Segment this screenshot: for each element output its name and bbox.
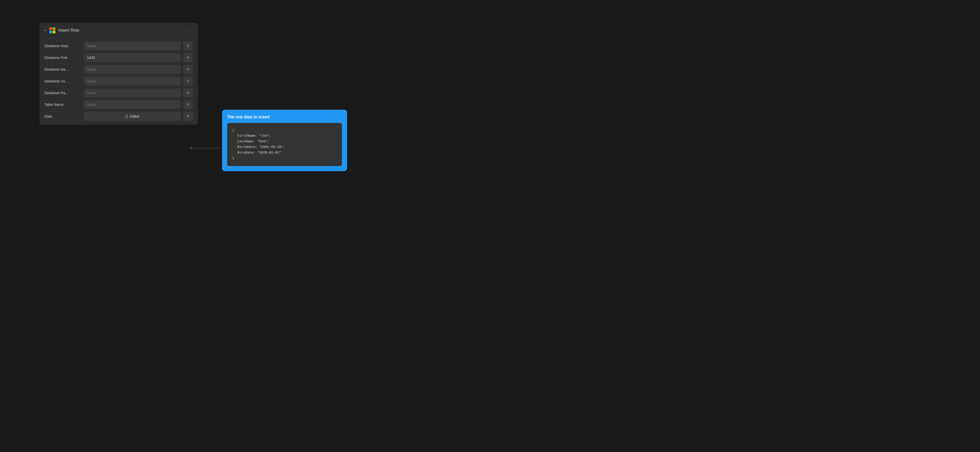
panel-more-options-button[interactable]: ··· [188, 28, 193, 33]
code-line-3: BirthDate: "2001-05-10", [237, 144, 337, 150]
panel-title: Insert Row [59, 28, 185, 33]
ms-logo-yellow [52, 31, 56, 33]
editor-label: Editor [130, 114, 140, 118]
table-name-input[interactable] [84, 100, 181, 109]
pencil-icon: ✎ [186, 103, 189, 106]
arrow-head-icon [189, 147, 192, 150]
database-host-row: Database Host ✎ [45, 41, 193, 51]
database-user-edit-button[interactable]: ✎ [183, 76, 193, 86]
database-host-edit-button[interactable]: ✎ [183, 41, 193, 51]
database-password-edit-button[interactable]: ✎ [183, 88, 193, 97]
database-host-input-wrapper [84, 41, 181, 50]
ms-logo-blue [49, 31, 52, 33]
ms-logo-green [52, 27, 56, 30]
table-name-label: Table Name [45, 103, 81, 106]
database-host-label: Database Host [45, 44, 81, 48]
pencil-icon: ✎ [186, 56, 189, 60]
database-user-label: Database Us... [45, 79, 81, 83]
table-name-edit-button[interactable]: ✎ [183, 100, 193, 109]
database-user-input[interactable] [84, 77, 181, 86]
arrow-connector [189, 147, 223, 150]
database-host-input[interactable] [84, 41, 181, 50]
pencil-icon: ✎ [186, 114, 189, 118]
pencil-icon: ✎ [186, 67, 189, 71]
data-edit-button[interactable]: ✎ [183, 112, 193, 121]
database-user-input-wrapper [84, 77, 181, 86]
arrow-line [192, 148, 223, 149]
database-name-input[interactable] [84, 65, 181, 74]
database-name-label: Database Na... [45, 67, 81, 71]
data-row: Data {} Editor ✎ [45, 112, 193, 121]
insert-row-panel: ▾ Insert Row ··· Database Host ✎ [40, 23, 198, 125]
database-name-input-wrapper [84, 65, 181, 74]
database-port-edit-button[interactable]: ✎ [183, 53, 193, 62]
pencil-icon: ✎ [186, 91, 189, 95]
database-name-edit-button[interactable]: ✎ [183, 65, 193, 74]
database-port-label: Database Port [45, 56, 81, 60]
pencil-icon: ✎ [186, 44, 189, 48]
panel-header: ▾ Insert Row ··· [40, 23, 197, 38]
table-name-row: Table Name ✎ [45, 100, 193, 109]
data-editor-button[interactable]: {} Editor [84, 112, 181, 121]
braces-icon: {} [125, 114, 128, 119]
database-port-input-wrapper [84, 53, 181, 62]
code-line-5: } [232, 155, 337, 161]
panel-container: ▾ Insert Row ··· Database Host ✎ [40, 23, 198, 125]
database-password-row: Database Pa... ✎ [45, 88, 193, 97]
code-line-0: { [232, 127, 337, 133]
tooltip-card: The row data to insert { FirstName: "Jon… [222, 110, 347, 171]
database-port-row: Database Port ✎ [45, 53, 193, 62]
database-name-row: Database Na... ✎ [45, 65, 193, 74]
microsoft-logo-icon [49, 27, 56, 33]
database-password-input-wrapper [84, 89, 181, 97]
database-user-row: Database Us... ✎ [45, 76, 193, 86]
code-line-2: LastName: "Doe", [237, 139, 337, 144]
database-password-input[interactable] [84, 89, 181, 97]
tooltip-title: The row data to insert [227, 115, 342, 119]
collapse-chevron-icon[interactable]: ▾ [45, 28, 46, 32]
code-line-1: FirstName: "Jon", [237, 133, 337, 139]
database-port-input[interactable] [84, 53, 181, 62]
data-label: Data [45, 114, 81, 118]
tooltip-code-block: { FirstName: "Jon", LastName: "Doe", Bir… [227, 123, 342, 166]
table-name-input-wrapper [84, 100, 181, 109]
pencil-icon: ✎ [186, 79, 189, 83]
form-body: Database Host ✎ Database Port ✎ [40, 38, 197, 124]
ms-logo-red [49, 27, 52, 30]
database-password-label: Database Pa... [45, 91, 81, 95]
code-line-4: HireDate: "2020-01-01" [237, 150, 337, 155]
